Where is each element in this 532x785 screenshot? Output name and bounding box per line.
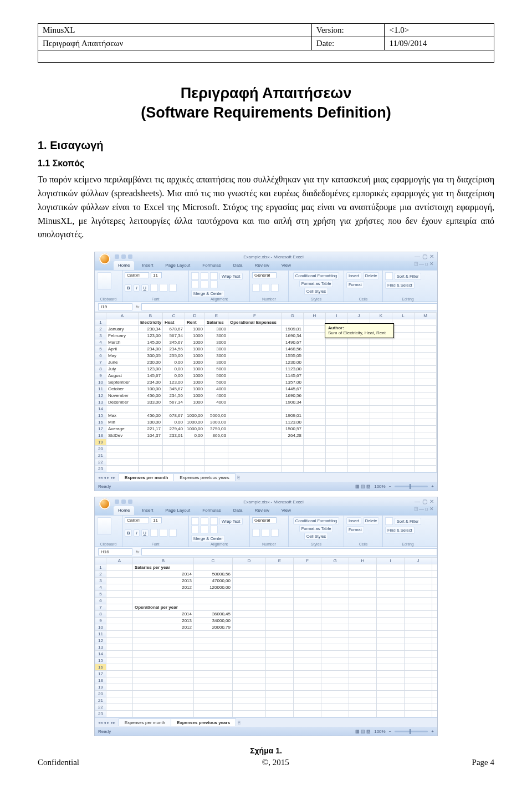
row-header[interactable]: 14 [95,651,106,657]
column-header[interactable] [95,313,106,319]
row-header[interactable]: 6 [95,598,106,604]
grid-cell[interactable]: 1000 [185,386,205,392]
grid-cell[interactable]: 456,00 [139,412,163,419]
grid-cell[interactable] [194,598,233,604]
grid-cell[interactable]: 4000 [205,392,228,399]
grid-cell[interactable] [349,677,377,684]
grid-cell[interactable] [348,459,370,466]
find-select-button[interactable]: Find & Select [385,282,415,289]
grid-cell[interactable] [133,697,194,704]
grid-cell[interactable] [106,578,133,584]
grid-cell[interactable]: 3000 [205,353,228,359]
grid-cell[interactable]: 0,00 [163,366,185,373]
wrap-text-button[interactable]: Wrap Text [219,518,243,525]
grid-cell[interactable] [392,426,415,432]
grid-cell[interactable] [321,651,349,657]
grid-cell[interactable] [106,584,133,591]
grid-cell[interactable] [106,604,133,611]
grid-cell[interactable] [349,651,377,657]
grid-cell[interactable] [228,326,282,333]
grid-cell[interactable] [266,657,294,664]
add-sheet-icon[interactable]: ⎘ [237,475,240,480]
grid-cell[interactable] [266,598,294,604]
grid-cell[interactable]: 1490,67 [282,339,304,346]
grid-cell[interactable]: 234,00 [139,346,163,353]
grid-cell[interactable] [405,704,432,711]
grid-cell[interactable]: 100,00 [139,386,163,392]
comma-icon[interactable] [271,529,279,537]
zoom-slider[interactable] [395,486,428,487]
grid-cell[interactable] [392,366,415,373]
grid-cell[interactable] [106,638,133,644]
grid-cell[interactable] [432,711,438,717]
zoom-out-icon[interactable]: − [389,484,392,489]
grid-cell[interactable] [377,631,405,638]
column-header[interactable]: F [228,313,282,319]
grid-cell[interactable] [326,439,348,446]
grid-cell[interactable] [163,452,185,459]
grid-cell[interactable] [304,373,326,379]
grid-cell[interactable] [294,644,321,651]
grid-cell[interactable] [349,664,377,671]
grid-cell[interactable] [205,452,228,459]
grid-cell[interactable] [405,677,432,684]
grid-cell[interactable] [133,657,194,664]
grid-cell[interactable] [377,711,405,717]
grid-cell[interactable] [437,326,437,333]
grid-cell[interactable] [405,611,432,618]
grid-cell[interactable] [437,366,437,373]
grid-cell[interactable] [304,406,326,412]
grid-cell[interactable] [392,373,415,379]
grid-cell[interactable] [294,704,321,711]
grid-cell[interactable] [432,684,438,691]
grid-cell[interactable] [377,598,405,604]
number-format-selector[interactable]: General [252,272,277,278]
grid-cell[interactable] [415,419,437,426]
grid-cell[interactable] [266,691,294,697]
grid-cell[interactable] [432,664,438,671]
grid-cell[interactable] [405,644,432,651]
grid-cell[interactable]: 2014 [133,571,194,578]
grid-cell[interactable] [377,704,405,711]
grid-cell[interactable]: 567,34 [163,399,185,406]
column-header[interactable]: H [349,558,377,564]
quick-access-icon[interactable] [128,254,132,259]
grid-cell[interactable]: December [106,399,139,406]
insert-cells-button[interactable]: Insert [346,517,361,524]
grid-cell[interactable] [294,584,321,591]
currency-icon[interactable] [252,529,260,537]
grid-cell[interactable] [233,578,266,584]
row-header[interactable]: 14 [95,406,106,412]
grid-cell[interactable] [233,631,266,638]
grid-cell[interactable] [133,684,194,691]
grid-cell[interactable] [348,406,370,412]
grid-cell[interactable] [304,446,326,452]
quick-access-icon[interactable] [115,254,119,259]
grid-cell[interactable]: 1000 [185,339,205,346]
grid-cell[interactable] [304,366,326,373]
grid-cell[interactable] [294,697,321,704]
grid-cell[interactable] [266,671,294,677]
grid-cell[interactable] [194,664,233,671]
grid-cell[interactable] [432,618,438,624]
underline-button[interactable]: U [141,284,149,292]
grid-cell[interactable] [304,426,326,432]
grid-cell[interactable]: 2013 [133,578,194,584]
grid-cell[interactable] [304,419,326,426]
grid-cell[interactable] [304,319,326,326]
grid-cell[interactable] [106,697,133,704]
grid-cell[interactable] [349,704,377,711]
row-header[interactable]: 8 [95,366,106,373]
grid-cell[interactable] [415,412,437,419]
grid-cell[interactable] [106,406,139,412]
grid-cell[interactable] [370,432,392,439]
row-header[interactable]: 9 [95,373,106,379]
grid-cell[interactable] [370,359,392,366]
grid-cell[interactable] [194,677,233,684]
grid-cell[interactable] [377,624,405,631]
grid-cell[interactable]: Electricity [139,319,163,326]
grid-cell[interactable] [321,664,349,671]
format-table-button[interactable]: Format as Table [299,280,334,287]
grid-cell[interactable] [349,644,377,651]
row-header[interactable]: 10 [95,379,106,386]
